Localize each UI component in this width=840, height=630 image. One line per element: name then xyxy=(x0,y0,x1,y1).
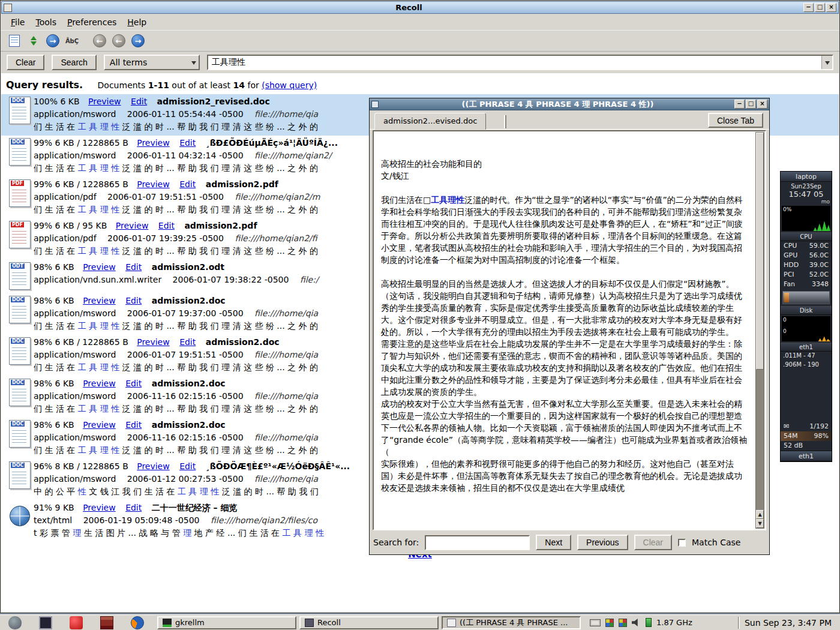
red-app-icon[interactable] xyxy=(70,616,83,629)
preview-link[interactable]: Preview xyxy=(83,296,116,305)
recoll-titlebar[interactable]: Recoll − □ × xyxy=(1,1,839,14)
preview-link[interactable]: Preview xyxy=(137,138,170,148)
menu-file[interactable]: File xyxy=(5,16,30,29)
query-history-button[interactable] xyxy=(821,56,832,69)
task-button-window[interactable]: ((工 PHRASE 4 具 PHRASE ... xyxy=(442,616,581,629)
preview-link[interactable]: Preview xyxy=(83,262,116,272)
history-back2-button[interactable]: ← xyxy=(111,33,127,49)
menu-tools[interactable]: Tools xyxy=(30,16,62,29)
tab-grip[interactable] xyxy=(504,115,506,128)
gkrellm-clock[interactable]: Sun23Sep 15:47 05 xyxy=(781,182,832,199)
preview-link[interactable]: Preview xyxy=(137,461,170,471)
preview-search-input[interactable] xyxy=(425,535,530,550)
show-results-button[interactable] xyxy=(7,33,22,49)
speaker-icon[interactable] xyxy=(632,619,641,626)
firefox-icon[interactable] xyxy=(131,616,144,629)
eth1-section-label[interactable]: eth1 xyxy=(781,343,832,352)
edit-link[interactable]: Edit xyxy=(179,337,196,347)
edit-link[interactable]: Edit xyxy=(179,138,196,148)
preview-scrollbar[interactable]: ▲ ▼ xyxy=(755,132,764,529)
keyboard-icon[interactable] xyxy=(590,619,601,626)
sort-button[interactable] xyxy=(26,33,41,49)
highlighted-term: 理 xyxy=(73,528,81,538)
preview-link[interactable]: Preview xyxy=(83,420,116,430)
search-button[interactable]: Search xyxy=(52,55,96,70)
edit-link[interactable]: Edit xyxy=(125,296,142,305)
maximize-icon[interactable]: □ xyxy=(815,3,825,12)
term-explorer-button[interactable]: ÂbÇ xyxy=(64,33,80,49)
history-back-button[interactable]: ← xyxy=(92,33,107,49)
preview-text-area[interactable]: 高校招生的社会功能和目的文/钱江我们生活在□工具理性泛滥的时代。作为“世之显学”… xyxy=(373,130,766,530)
scroll-down-icon[interactable]: ▼ xyxy=(756,519,764,528)
search-input[interactable] xyxy=(208,56,821,69)
edit-link[interactable]: Edit xyxy=(125,262,142,272)
preview-link[interactable]: Preview xyxy=(116,221,149,230)
result-mime: application/msword xyxy=(34,350,116,359)
highlighted-term: 工 具 理 性 xyxy=(78,404,119,413)
update-index-button[interactable]: → xyxy=(45,33,61,49)
close-icon[interactable]: × xyxy=(757,100,767,109)
result-relevance: 99% 6 KB / 95 KB xyxy=(34,221,107,230)
scroll-up-icon[interactable]: ▲ xyxy=(756,510,764,519)
clear-button[interactable]: Clear xyxy=(7,55,44,70)
terminal-icon[interactable] xyxy=(39,616,52,629)
edit-link[interactable]: Edit xyxy=(125,420,142,430)
snippet-text: 们 生 活 在 xyxy=(34,163,78,173)
cpu-freq-icon[interactable] xyxy=(646,618,652,627)
cpu-section-label[interactable]: CPU xyxy=(781,232,832,241)
maximize-icon[interactable]: □ xyxy=(746,100,756,109)
edit-link[interactable]: Edit xyxy=(179,179,196,189)
disk-section-label[interactable]: Disk xyxy=(781,306,832,315)
preview-link[interactable]: Preview xyxy=(137,179,170,189)
preview-link[interactable]: Preview xyxy=(137,337,170,347)
preview-link[interactable]: Preview xyxy=(83,503,116,512)
globe-icon xyxy=(10,506,30,526)
close-icon[interactable]: × xyxy=(826,3,836,12)
task-button-recoll[interactable]: Recoll xyxy=(299,616,439,629)
volume-row[interactable]: 52 dB xyxy=(781,441,832,451)
find-clear-button[interactable]: Clear xyxy=(634,535,672,550)
history-forward-button[interactable]: → xyxy=(130,33,146,49)
scrollbar-thumb[interactable] xyxy=(756,133,764,370)
edit-link[interactable]: Edit xyxy=(131,97,147,106)
find-previous-button[interactable]: Previous xyxy=(577,535,628,550)
workspace-pager2-icon[interactable] xyxy=(619,619,627,627)
menu-help[interactable]: Help xyxy=(122,16,152,29)
workspace-pager-icon[interactable] xyxy=(605,619,614,627)
taskbar-clock[interactable]: Sun Sep 23, 3:47 PM xyxy=(733,617,840,629)
preview-titlebar[interactable]: ((工 PHRASE 4 具 PHRASE 4 理 PHRASE 4 性)) −… xyxy=(370,98,769,110)
gnome-foot-icon[interactable] xyxy=(8,616,22,629)
highlighted-term: 工 具 理 性 xyxy=(78,362,119,372)
find-next-button[interactable]: Next xyxy=(536,535,571,550)
edit-link[interactable]: Edit xyxy=(179,461,196,471)
result-mime: application/vnd.sun.xml.writer xyxy=(34,275,161,284)
preview-paragraph: 需要注意的是这些毕业后在社会上能成功发展的学生并不一定是在大学里学习成绩最好的学… xyxy=(381,338,747,398)
edit-link[interactable]: Edit xyxy=(125,503,142,512)
close-tab-button[interactable]: Close Tab xyxy=(708,113,763,128)
gkrellm-panel[interactable]: laptop Sun23Sep 15:47 05 mo 0% CPU CPU 5… xyxy=(780,171,832,462)
snippet-text: 泛 滥 的 时 ... 帮 助 我 们 理 清 这 些 纷 ... 之 外 的 xyxy=(119,445,318,455)
preview-paragraph: 高校招生最明显的目的当然是选拔人才。但这选拔人才的目标却不仅仅是人们假定“因材施… xyxy=(381,278,747,338)
edit-link[interactable]: Edit xyxy=(125,379,142,388)
mail-row[interactable]: ✉ 1/192 xyxy=(781,422,832,431)
sensor-row: CPU 59.0C xyxy=(781,241,832,251)
preview-paragraph: 实际很难），但他的素养和视野很可能更多的得于他自己的努力和经历。这对他自己（甚至… xyxy=(381,458,747,494)
menu-preferences[interactable]: Preferences xyxy=(62,16,122,29)
launcher-icons xyxy=(0,616,157,629)
gkrellm-hostname[interactable]: laptop xyxy=(781,172,832,182)
task-button-gkrellm[interactable]: gkrellm xyxy=(157,616,296,629)
preview-link[interactable]: Preview xyxy=(83,379,116,388)
preview-tab[interactable]: admission2...evised.doc xyxy=(374,113,486,130)
match-case-checkbox[interactable] xyxy=(678,539,686,547)
drawer-icon[interactable] xyxy=(100,616,113,629)
minimize-icon[interactable]: − xyxy=(803,3,814,12)
edit-link[interactable]: Edit xyxy=(158,221,175,230)
highlighted-term: 工 具 理 性 xyxy=(78,205,119,214)
minimize-icon[interactable]: − xyxy=(734,100,745,109)
show-query-link[interactable]: (show query) xyxy=(262,80,317,90)
preview-link[interactable]: Preview xyxy=(88,97,121,106)
cpu-chart: 0% xyxy=(782,206,830,231)
search-mode-select[interactable]: All terms xyxy=(104,55,200,70)
snippet-text: 们 生 活 在 xyxy=(34,321,78,331)
krell-slider[interactable] xyxy=(782,291,830,304)
